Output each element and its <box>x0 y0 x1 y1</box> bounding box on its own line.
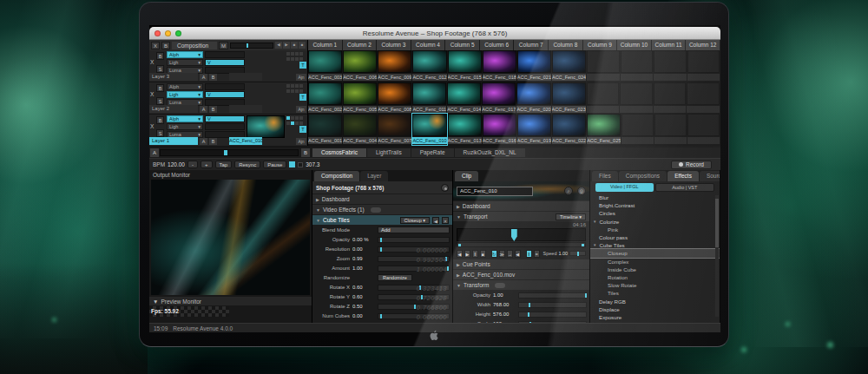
layer-fader-track[interactable]: V <box>205 91 245 98</box>
tap-button[interactable]: Tap <box>215 161 233 168</box>
clip-cell[interactable]: ACC_Fenc_016 <box>483 114 516 145</box>
empty-clip-slot[interactable] <box>654 82 687 114</box>
mini-transport-button[interactable] <box>299 121 303 125</box>
dashboard-section[interactable]: ▶ Dashboard <box>312 194 452 204</box>
quantize-button[interactable]: = <box>534 250 540 258</box>
deck-tab-1[interactable]: CosmosFabric <box>312 148 366 157</box>
param-slider[interactable] <box>378 237 450 243</box>
crossfader-track[interactable] <box>160 149 299 156</box>
param-slider[interactable] <box>518 292 587 299</box>
clip-cell[interactable]: ACC_Fenc_003 <box>308 50 342 82</box>
layer-fader-track[interactable] <box>205 83 245 90</box>
mini-transport-button[interactable] <box>299 89 303 93</box>
transform-section[interactable]: ▼ Transform <box>453 280 589 290</box>
effect-item-colorize[interactable]: ▼Colorize <box>590 218 720 226</box>
master-fader-handle[interactable] <box>247 43 248 48</box>
tab-files[interactable]: Files <box>592 171 618 181</box>
pause-composition-button[interactable]: ■ <box>291 42 298 49</box>
layer-a-button[interactable]: A <box>200 74 207 81</box>
mini-transport-button[interactable] <box>291 52 294 56</box>
param-slider[interactable]: 1.000004 <box>378 266 450 272</box>
clip-cell[interactable]: ACC_Fenc_001 <box>308 114 342 145</box>
clip-cell[interactable]: ACC_Fenc_024 <box>552 50 586 82</box>
clip-cell[interactable]: ACC_Fenc_004 <box>343 114 377 145</box>
speed-slider-handle[interactable] <box>577 252 579 256</box>
scrollbar-thumb[interactable] <box>715 199 719 247</box>
clip-cell[interactable]: ACC_Fenc_018 <box>483 50 516 82</box>
layer-fader-track[interactable] <box>205 123 245 130</box>
column-header-9[interactable]: Column 9 <box>583 40 618 50</box>
crossfader-a-button[interactable]: A <box>150 148 159 157</box>
clip-cell[interactable]: ACC_Fenc_019 <box>517 114 551 145</box>
effect-preset-tiles[interactable]: Tiles <box>590 289 720 297</box>
layer-bypass-button[interactable]: B <box>156 116 164 124</box>
tab-sources[interactable]: Sources <box>700 171 720 181</box>
empty-clip-slot[interactable] <box>587 50 619 82</box>
param-slider-handle[interactable] <box>529 303 530 307</box>
clip-cell[interactable]: ACC_Fenc_008 <box>378 82 411 114</box>
clip-dashboard-section[interactable]: ▶ Dashboard <box>453 201 589 211</box>
subtab-audio-vst[interactable]: Audio | VST <box>655 183 715 192</box>
param-slider-handle[interactable] <box>585 293 587 298</box>
bounce-button[interactable]: ≫ <box>499 250 505 258</box>
effect-preset-rotation[interactable]: Rotation <box>590 273 720 281</box>
layer-b-button[interactable]: B <box>209 106 217 113</box>
mini-transport-button[interactable] <box>295 57 299 61</box>
clip-cell[interactable]: ACC_Fenc_010 <box>412 114 446 145</box>
layer-autopilot-button[interactable]: Ajn <box>296 138 306 145</box>
bpm-minus-button[interactable]: - <box>187 161 198 168</box>
mini-transport-button[interactable] <box>286 57 290 61</box>
play-button[interactable]: ▶ <box>464 250 470 258</box>
layer-clear-button[interactable]: X <box>150 91 154 97</box>
column-header-1[interactable]: Column 1 <box>308 40 343 50</box>
cube-tiles-effect-header[interactable]: ▼ Cube Tiles Closeup ▾ ◀ ✕ <box>312 215 452 225</box>
param-slider[interactable]: 0.992504 <box>378 256 450 262</box>
layer-fader-track[interactable]: V <box>205 59 245 66</box>
resync-button[interactable]: Resync <box>234 161 260 168</box>
layer-solo-button[interactable]: S <box>156 97 164 105</box>
clip-cell[interactable]: ACC_Fenc_006 <box>343 50 377 82</box>
layer-transition-button[interactable]: T <box>299 126 306 133</box>
layer-autopilot-button[interactable]: Ajn <box>296 74 306 81</box>
param-slider-handle[interactable] <box>447 266 449 271</box>
effect-item-blur[interactable]: Blur <box>590 194 720 201</box>
clip-cell[interactable]: ACC_Fenc_015 <box>448 50 482 82</box>
layer-active-clip-name[interactable]: ACC_Fenc_010 <box>229 137 262 145</box>
layer-name[interactable]: Layer 1 <box>149 137 198 145</box>
clip-cell[interactable]: ACC_Fenc_022 <box>552 114 586 145</box>
empty-clip-slot[interactable] <box>587 82 620 114</box>
empty-clip-slot[interactable] <box>687 82 720 114</box>
mini-transport-button[interactable] <box>299 57 303 61</box>
layer-clear-button[interactable]: X <box>150 123 154 129</box>
mini-transport-button[interactable] <box>286 116 290 120</box>
clip-cell[interactable]: ACC_Fenc_013 <box>448 114 482 145</box>
empty-clip-slot[interactable] <box>621 50 653 82</box>
param-dropdown[interactable]: Add <box>378 226 450 233</box>
layer-a-button[interactable]: A <box>200 138 207 145</box>
layer-b-button[interactable]: B <box>209 74 217 81</box>
mini-transport-button[interactable] <box>295 84 299 88</box>
video-effects-section[interactable]: ▼ Video Effects (1) <box>312 205 452 214</box>
video-effects-toggle[interactable] <box>371 207 381 213</box>
video-fader[interactable]: V <box>206 92 244 97</box>
tab-clip[interactable]: Clip <box>455 171 478 181</box>
param-slider[interactable] <box>518 312 587 318</box>
column-header-8[interactable]: Column 8 <box>549 40 583 50</box>
param-slider[interactable]: 0.000000 <box>378 246 450 253</box>
effect-item-bright-contrast[interactable]: Bright.Contrast <box>590 201 720 209</box>
layer-fader-track[interactable] <box>205 51 245 58</box>
layer-clear-button[interactable]: X <box>150 59 154 65</box>
param-slider[interactable]: 0.323413 <box>378 285 450 291</box>
layer-transition-button[interactable]: T <box>299 94 306 101</box>
video-fader[interactable]: V <box>206 60 244 65</box>
blend-mode-dropdown[interactable]: Alph▾ <box>167 83 203 90</box>
effect-preset-complex[interactable]: Complex <box>590 258 720 266</box>
beat-checkbox[interactable] <box>298 162 303 167</box>
layer-autopilot-button[interactable]: Ajn <box>296 106 306 113</box>
effect-preset-pink[interactable]: Pink <box>590 226 720 233</box>
timeline-playhead[interactable] <box>511 229 517 241</box>
empty-clip-slot[interactable] <box>621 114 654 145</box>
layer-solo-button[interactable]: S <box>156 65 164 73</box>
effects-scrollbar[interactable] <box>715 195 719 317</box>
tab-composition[interactable]: Composition <box>314 171 359 181</box>
